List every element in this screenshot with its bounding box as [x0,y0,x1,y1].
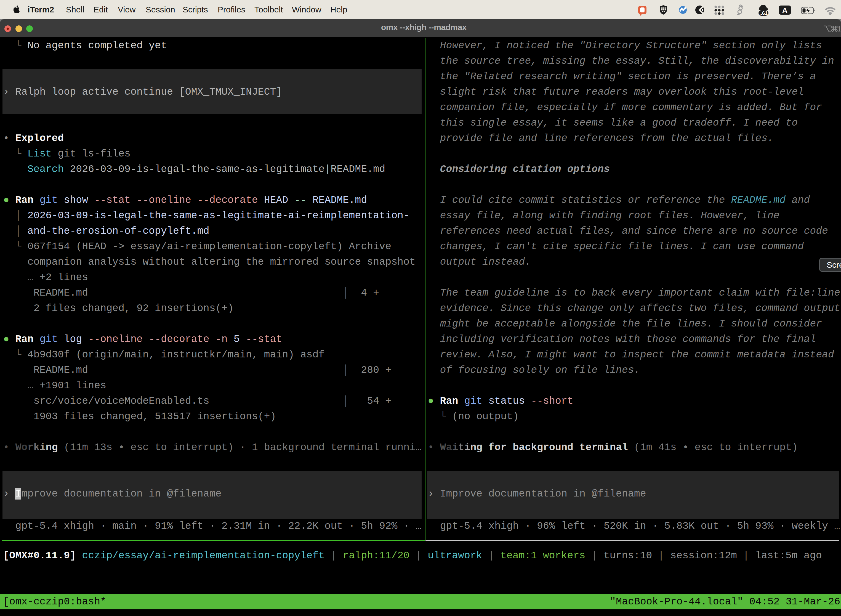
svg-text:A: A [782,6,787,14]
svg-text:1: 1 [837,25,841,33]
svg-text:..61: ..61 [759,10,768,16]
